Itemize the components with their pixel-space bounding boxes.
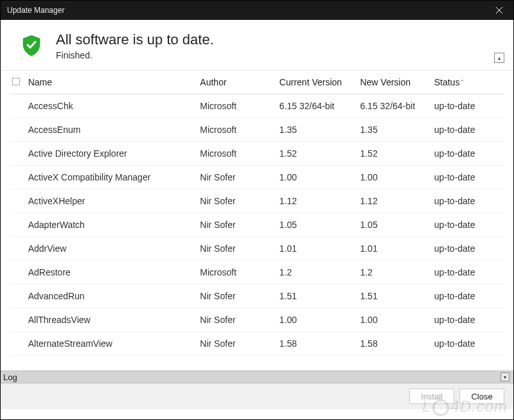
table-row[interactable]: AccessEnumMicrosoft1.351.35up-to-date (10, 118, 504, 142)
chevron-down-icon: ▾ (504, 374, 506, 380)
cell-new-version: 1.35 (357, 118, 431, 142)
cell-name: AccessChk (26, 94, 198, 118)
cell-status: up-to-date (432, 118, 504, 142)
cell-current-version: 1.35 (277, 118, 358, 142)
cell-status: up-to-date (432, 94, 504, 118)
table-row[interactable]: AddrViewNir Sofer1.011.01up-to-date (10, 237, 504, 261)
cell-new-version: 1.12 (357, 189, 431, 213)
cell-name: AdRestore (26, 261, 198, 284)
software-table: Name Author Current Version New Version … (10, 71, 504, 356)
cell-name: AddrView (26, 237, 198, 261)
cell-current-version: 1.00 (277, 308, 358, 332)
table-row[interactable]: AccessChkMicrosoft6.15 32/64-bit6.15 32/… (10, 94, 504, 118)
table-row[interactable]: ActiveXHelperNir Sofer1.121.12up-to-date (10, 189, 504, 213)
cell-author: Nir Sofer (197, 237, 277, 261)
cell-status: up-to-date (432, 237, 504, 261)
status-heading: All software is up to date. (56, 31, 214, 48)
row-checkbox-cell[interactable] (10, 94, 26, 118)
cell-new-version: 1.2 (357, 261, 431, 284)
install-button[interactable]: Install (409, 389, 454, 404)
sort-ascending-icon: ˆ (461, 80, 463, 87)
cell-author: Nir Sofer (197, 308, 277, 332)
cell-new-version: 1.58 (357, 332, 431, 356)
row-checkbox-cell[interactable] (10, 118, 26, 142)
cell-current-version: 6.15 32/64-bit (277, 94, 358, 118)
cell-new-version: 1.05 (357, 213, 431, 237)
header-text: All software is up to date. Finished. (56, 31, 214, 60)
cell-status: up-to-date (432, 142, 504, 166)
row-checkbox-cell[interactable] (10, 332, 26, 356)
table-row[interactable]: AdvancedRunNir Sofer1.511.51up-to-date (10, 284, 504, 308)
close-icon (496, 7, 502, 13)
footer: Install Close (1, 383, 513, 409)
software-table-container[interactable]: Name Author Current Version New Version … (1, 70, 513, 371)
cell-current-version: 1.00 (277, 166, 358, 189)
column-header-author[interactable]: Author (197, 71, 277, 94)
row-checkbox-cell[interactable] (10, 261, 26, 284)
shield-check-icon (22, 35, 40, 58)
table-row[interactable]: ActiveX Compatibility ManagerNir Sofer1.… (10, 166, 504, 189)
cell-name: AdvancedRun (26, 284, 198, 308)
row-checkbox-cell[interactable] (10, 308, 26, 332)
log-label: Log (3, 372, 17, 382)
cell-name: AccessEnum (26, 118, 198, 142)
cell-status: up-to-date (432, 213, 504, 237)
column-header-new-version[interactable]: New Version (357, 71, 431, 94)
column-header-status[interactable]: Statusˆ (432, 71, 504, 94)
cell-new-version: 6.15 32/64-bit (357, 94, 431, 118)
expand-log-button[interactable]: ▾ (501, 372, 510, 381)
cell-name: ActiveX Compatibility Manager (26, 166, 198, 189)
cell-name: AllThreadsView (26, 308, 198, 332)
cell-new-version: 1.51 (357, 284, 431, 308)
cell-new-version: 1.00 (357, 166, 431, 189)
row-checkbox-cell[interactable] (10, 189, 26, 213)
window-title: Update Manager (7, 6, 64, 15)
select-all-checkbox[interactable] (12, 78, 20, 85)
cell-current-version: 1.51 (277, 284, 358, 308)
table-row[interactable]: AlternateStreamViewNir Sofer1.581.58up-t… (10, 332, 504, 356)
cell-author: Nir Sofer (197, 332, 277, 356)
cell-current-version: 1.58 (277, 332, 358, 356)
cell-current-version: 1.12 (277, 189, 358, 213)
table-row[interactable]: AllThreadsViewNir Sofer1.001.00up-to-dat… (10, 308, 504, 332)
row-checkbox-cell[interactable] (10, 142, 26, 166)
column-header-current-version[interactable]: Current Version (277, 71, 358, 94)
table-header-row: Name Author Current Version New Version … (10, 71, 504, 94)
cell-status: up-to-date (432, 308, 504, 332)
column-header-name[interactable]: Name (26, 71, 198, 94)
row-checkbox-cell[interactable] (10, 237, 26, 261)
table-row[interactable]: AdapterWatchNir Sofer1.051.05up-to-date (10, 213, 504, 237)
table-row[interactable]: Active Directory ExplorerMicrosoft1.521.… (10, 142, 504, 166)
collapse-header-button[interactable]: ▴ (494, 53, 504, 63)
status-subheading: Finished. (56, 50, 214, 60)
cell-status: up-to-date (432, 166, 504, 189)
cell-current-version: 1.01 (277, 237, 358, 261)
window-close-button[interactable] (484, 1, 513, 20)
cell-name: ActiveXHelper (26, 189, 198, 213)
cell-author: Nir Sofer (197, 166, 277, 189)
titlebar: Update Manager (1, 1, 513, 20)
row-checkbox-cell[interactable] (10, 213, 26, 237)
cell-name: AlternateStreamView (26, 332, 198, 356)
cell-current-version: 1.05 (277, 213, 358, 237)
chevron-up-icon: ▴ (498, 55, 501, 61)
row-checkbox-cell[interactable] (10, 166, 26, 189)
cell-author: Nir Sofer (197, 213, 277, 237)
cell-status: up-to-date (432, 189, 504, 213)
table-row[interactable]: AdRestoreMicrosoft1.21.2up-to-date (10, 261, 504, 284)
log-bar[interactable]: Log ▾ (1, 371, 513, 383)
cell-new-version: 1.00 (357, 308, 431, 332)
column-header-checkbox[interactable] (10, 71, 26, 94)
cell-status: up-to-date (432, 332, 504, 356)
cell-author: Microsoft (197, 142, 277, 166)
cell-author: Microsoft (197, 94, 277, 118)
cell-author: Nir Sofer (197, 284, 277, 308)
cell-new-version: 1.52 (357, 142, 431, 166)
cell-current-version: 1.52 (277, 142, 358, 166)
cell-author: Nir Sofer (197, 189, 277, 213)
close-button[interactable]: Close (459, 389, 504, 404)
cell-status: up-to-date (432, 284, 504, 308)
row-checkbox-cell[interactable] (10, 284, 26, 308)
cell-current-version: 1.2 (277, 261, 358, 284)
cell-author: Microsoft (197, 118, 277, 142)
